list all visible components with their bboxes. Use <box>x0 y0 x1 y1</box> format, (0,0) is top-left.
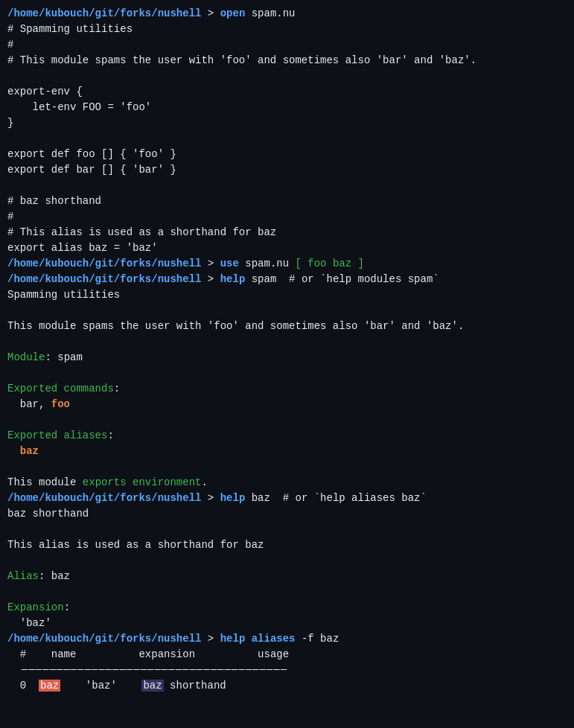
col-header-usage: usage <box>258 648 289 660</box>
prompt-path-1: /home/kubouch/git/forks/nushell <box>7 7 201 19</box>
prompt-arrow-2: > <box>201 258 220 269</box>
exports-env-line: This module exports environment. <box>7 475 567 491</box>
blank-3 <box>7 178 567 194</box>
comment-spamming: # Spamming utilities <box>7 22 567 37</box>
exports-word: exports environment <box>83 476 202 488</box>
section-module: Module <box>7 351 45 363</box>
row-0-num: 0 <box>7 680 39 692</box>
prompt-path-5: /home/kubouch/git/forks/nushell <box>7 633 201 645</box>
output-baz-shorthand: baz shorthand <box>7 506 567 522</box>
blank-11 <box>7 584 567 600</box>
blank-10 <box>7 553 567 569</box>
col-header-name: name <box>51 648 139 660</box>
terminal: /home/kubouch/git/forks/nushell > open s… <box>7 6 567 694</box>
prompt-arrow-4: > <box>201 492 220 504</box>
blank-8 <box>7 459 567 475</box>
cmd-aliases: aliases <box>252 633 296 645</box>
exported-aliases-colon: : <box>107 430 113 441</box>
comment-baz-shorthand: # baz shorthand <box>7 194 567 209</box>
section-exported-cmds: Exported commands <box>7 383 114 395</box>
alias-baz-highlight: baz <box>20 445 39 457</box>
alias-colon-baz: : baz <box>39 570 70 582</box>
row-0-name: baz <box>39 680 60 692</box>
output-this-module: This module spams the user with 'foo' an… <box>7 319 567 334</box>
prompt-path-4: /home/kubouch/git/forks/nushell <box>7 492 201 504</box>
use-args: spam.nu <box>239 258 296 269</box>
prompt-path-3: /home/kubouch/git/forks/nushell <box>7 273 201 285</box>
section-alias: Alias <box>7 570 39 582</box>
export-env-open: export-env { <box>7 84 567 100</box>
output-spamming: Spamming utilities <box>7 287 567 303</box>
expansion-value: 'baz' <box>7 616 567 631</box>
row-0-usage: shorthand <box>164 680 226 692</box>
let-env-line: let-env FOO = 'foo' <box>7 100 567 115</box>
blank-2 <box>7 131 567 147</box>
cmd-help-2: help <box>220 492 246 504</box>
line-prompt-help-aliases: /home/kubouch/git/forks/nushell > help a… <box>7 631 567 647</box>
comment-hash1: # <box>7 37 567 53</box>
expansion-colon: : <box>64 601 70 613</box>
col-header-num: # <box>7 648 51 660</box>
help-arg-baz: baz # or `help aliases baz` <box>245 492 427 504</box>
blank-1 <box>7 68 567 84</box>
help-aliases <box>245 633 251 645</box>
module-label: Module: spam <box>7 350 567 365</box>
line-prompt-open: /home/kubouch/git/forks/nushell > open s… <box>7 6 567 22</box>
prompt-arrow-1: > <box>201 7 220 19</box>
table-row-0: 0 baz 'baz' baz shorthand <box>7 678 567 694</box>
section-exported-aliases: Exported aliases <box>7 430 107 441</box>
line-prompt-help: /home/kubouch/git/forks/nushell > help s… <box>7 272 567 287</box>
cmd-help-3: help <box>220 633 246 645</box>
export-alias-baz: export alias baz = 'baz' <box>7 240 567 256</box>
export-def-foo: export def foo [] { 'foo' } <box>7 147 567 162</box>
table-divider: ────────────────────────────────────── <box>7 662 567 678</box>
blank-4 <box>7 303 567 319</box>
cmd-help-1: help <box>220 273 246 285</box>
col-header-expansion: expansion <box>138 648 258 660</box>
prompt-arrow-3: > <box>201 273 220 285</box>
blank-9 <box>7 522 567 537</box>
exported-commands-label: Exported commands: <box>7 381 567 397</box>
exported-aliases-label: Exported aliases: <box>7 428 567 444</box>
help-arg-spam: spam # or `help modules spam` <box>245 273 439 285</box>
export-def-bar: export def bar [] { 'bar' } <box>7 162 567 178</box>
prompt-arrow-5: > <box>201 633 220 645</box>
line-prompt-use: /home/kubouch/git/forks/nushell > use sp… <box>7 256 567 272</box>
alias-indent <box>7 445 20 457</box>
comment-hash2: # <box>7 209 567 225</box>
comment-alias-desc: # This alias is used as a shorthand for … <box>7 225 567 240</box>
prompt-path-2: /home/kubouch/git/forks/nushell <box>7 258 201 269</box>
module-colon-spam: : spam <box>45 351 82 363</box>
exported-commands-list: bar, foo <box>7 397 567 412</box>
cmd-use: use <box>220 258 239 269</box>
cmd-foo-highlight: foo <box>51 398 70 410</box>
comment-this-module: # This module spams the user with 'foo' … <box>7 53 567 68</box>
blank-7 <box>7 412 567 428</box>
expansion-label: Expansion: <box>7 600 567 616</box>
table-header: # name expansion usage <box>7 647 567 662</box>
help-aliases-flag: -f baz <box>296 633 339 645</box>
export-env-close: } <box>7 115 567 131</box>
exported-aliases-list: baz <box>7 444 567 459</box>
blank-6 <box>7 365 567 381</box>
cmd-open: open <box>220 7 246 19</box>
row-0-quote-open: 'baz' <box>60 680 141 692</box>
exported-cmds-colon: : <box>114 383 120 395</box>
cmd-bar: bar, <box>7 398 51 410</box>
blank-5 <box>7 334 567 350</box>
cmd-arg-spam: spam.nu <box>245 7 295 19</box>
alias-label: Alias: baz <box>7 569 567 584</box>
output-alias-used: This alias is used as a shorthand for ba… <box>7 537 567 553</box>
line-prompt-help-baz: /home/kubouch/git/forks/nushell > help b… <box>7 491 567 506</box>
use-bracket-open: [ foo baz ] <box>296 258 364 269</box>
row-0-expansion: baz <box>141 680 163 692</box>
section-expansion: Expansion <box>7 601 64 613</box>
